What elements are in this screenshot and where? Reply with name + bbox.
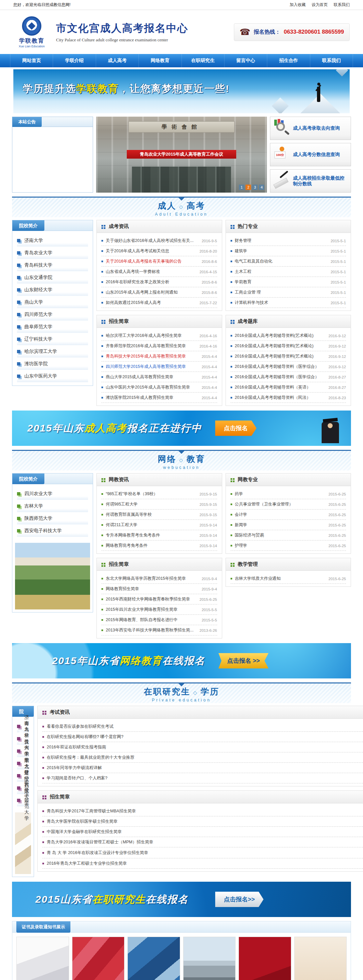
- article-link[interactable]: 关于2016年成人高考考试相关信息: [106, 248, 197, 254]
- article-link[interactable]: 何谓教育部直属高等学校: [106, 512, 197, 517]
- sidebar-item-陕西师范大学[interactable]: 陕西师范大学: [17, 512, 88, 525]
- article-link[interactable]: 东北大学网络高等学历教育2015年招生简章: [106, 576, 199, 581]
- article-link[interactable]: 青 岛 大 学 2016年在职攻读工业设计专业学位招生简章: [47, 850, 363, 856]
- signup-button[interactable]: 点击报名>>: [215, 892, 264, 907]
- article-link[interactable]: 关于2016年成人高考报名有关事项的公告: [106, 259, 199, 264]
- article-link[interactable]: 在职研究生报名网站有哪些? 哪个是官网?: [47, 734, 363, 740]
- article-link[interactable]: 2016年青岛大学工程硕士专业学位招生简章: [47, 861, 363, 866]
- gallery-item[interactable]: 东北大学: [72, 937, 125, 980]
- nav-item-联系我们[interactable]: 联系我们: [310, 54, 353, 67]
- article-link[interactable]: “985工程”学校名单（39校）: [106, 491, 197, 497]
- sidebar-item-吉林大学[interactable]: 吉林大学: [17, 500, 88, 512]
- topbar-link-加入收藏[interactable]: 加入收藏: [289, 2, 305, 7]
- gallery-item[interactable]: 济南大学: [183, 937, 236, 980]
- gallery-item[interactable]: 匕大学: [16, 937, 69, 980]
- gallery-item[interactable]: 燕山大学录取通知书背…: [294, 937, 347, 980]
- sidebar-item-济南大学[interactable]: 济南大学: [17, 234, 88, 247]
- pager-dot-2[interactable]: 2: [246, 185, 251, 190]
- article-link[interactable]: 2016全国成人高考考前辅导资料（英语）: [235, 385, 326, 390]
- article-link[interactable]: 2016全国成人高考考前辅导资料(艺术概论): [235, 353, 326, 359]
- sidebar-tab[interactable]: 院校简介: [12, 220, 44, 231]
- article-link[interactable]: 专升本网络教育考生免考条件: [106, 533, 197, 538]
- sidebar-item-四川师范大学[interactable]: 四川师范大学: [17, 308, 88, 321]
- nav-item-成人高考[interactable]: 成人高考: [96, 54, 139, 67]
- article-link[interactable]: 山东省成人高考统一学费标准: [106, 269, 197, 275]
- article-link[interactable]: 网络教育招生简章: [106, 586, 199, 592]
- article-link[interactable]: 电气工程及其自动化: [235, 259, 328, 264]
- article-link[interactable]: 2015年网络教育、部队自考报名进行中: [106, 617, 199, 623]
- nav-item-网络教育[interactable]: 网络教育: [139, 54, 181, 67]
- article-link[interactable]: 建筑学: [235, 248, 328, 254]
- sidebar-item-潍坊医学院[interactable]: 潍坊医学院: [17, 358, 88, 370]
- article-link[interactable]: 2015年西南财经大学网络教育春秋季招生简章: [106, 597, 197, 602]
- article-link[interactable]: 土木工程: [235, 269, 328, 275]
- article-link[interactable]: 2016年在职研究生改革之政策分析: [106, 279, 199, 285]
- article-link[interactable]: 山东2015年成人高考网上报名时间通知: [106, 290, 199, 295]
- article-link[interactable]: 计算机科学与技术: [235, 300, 328, 305]
- site-logo[interactable]: 学联教育 Xue Lian Education: [13, 16, 50, 48]
- nav-item-学联介绍[interactable]: 学联介绍: [53, 54, 96, 67]
- gallery-item[interactable]: 青岛农业大学: [128, 937, 180, 980]
- article-link[interactable]: 会计学: [235, 512, 326, 517]
- sidebar-item-哈尔滨理工大学[interactable]: 哈尔滨理工大学: [17, 345, 88, 358]
- pager-dot-4[interactable]: 4: [259, 185, 264, 190]
- main-banner[interactable]: 学历提升选学联教育，让您离梦想更近一些!: [13, 69, 350, 113]
- article-link[interactable]: 在职研究生报考：最具就业前景的十大专业推荐: [47, 755, 363, 760]
- signup-button[interactable]: 点击报名 >>: [219, 653, 269, 668]
- gallery-item[interactable]: 燕山大学录取通知书正…: [238, 937, 291, 980]
- article-link[interactable]: 如何高效通过2015年成人高考: [106, 300, 197, 305]
- article-link[interactable]: 青岛大学医学院在职医学硕士招生简章: [47, 819, 363, 824]
- article-link[interactable]: 看看你是否应该参加在职研究生考试: [47, 724, 363, 729]
- sidebar-item-西安电子科技大学[interactable]: 西安电子科技大学: [17, 525, 88, 537]
- article-link[interactable]: 国际经济与贸易: [235, 533, 326, 538]
- article-link[interactable]: 新闻学: [235, 522, 326, 528]
- nav-item-留言中心[interactable]: 留言中心: [224, 54, 267, 67]
- article-link[interactable]: 潍坊医学院2015年成人教育招生简章: [106, 395, 199, 401]
- article-link[interactable]: 学习期间是否转户口、个人档案?: [47, 775, 363, 781]
- article-link[interactable]: 四川师范大学2015年成人高等教育招生简章: [106, 364, 199, 369]
- article-link[interactable]: 药学: [235, 491, 326, 497]
- sidebar-item-四川农业大学[interactable]: 四川农业大学: [17, 487, 88, 500]
- sidebar-item-山东财经大学[interactable]: 山东财经大学: [17, 283, 88, 296]
- pager-dot-1[interactable]: 1: [239, 185, 244, 190]
- signup-button[interactable]: 点击报名: [215, 420, 257, 436]
- article-link[interactable]: 护理学: [235, 543, 326, 549]
- article-link[interactable]: 燕山大学2015成人高等教育招生简章: [106, 374, 199, 380]
- article-link[interactable]: 学前教育: [235, 279, 328, 285]
- article-link[interactable]: 关于做好山东省2016年成人高校考试招生有关...: [106, 238, 199, 243]
- article-link[interactable]: 财务管理: [235, 238, 328, 243]
- sidebar-item-燕山大学[interactable]: 燕山大学: [17, 296, 88, 308]
- article-link[interactable]: 青岛科技大学2015年成人高等教育招生简章: [106, 353, 199, 359]
- sidebar-item-山东交通学院[interactable]: 山东交通学院: [17, 271, 88, 283]
- notice-tab[interactable]: 本站公告: [12, 117, 42, 127]
- article-link[interactable]: 2016全国成人高考考前辅导资料(艺术概论): [235, 333, 326, 339]
- sidebar-tab[interactable]: 院校简介: [12, 474, 44, 484]
- nav-item-招生合作[interactable]: 招生合作: [267, 54, 310, 67]
- article-link[interactable]: 2016全国成人高考考前辅导资料（民法）: [235, 395, 326, 401]
- admission-destination-query-button[interactable]: 成人高考录取去向查询: [270, 117, 351, 140]
- article-link[interactable]: 何谓985工程大学: [106, 501, 197, 507]
- minimum-score-line-button[interactable]: 成人高校招生录取最低控制分数线: [270, 169, 351, 192]
- article-link[interactable]: 2013年西安电子科技大学网络教育秋季招生简...: [106, 627, 197, 633]
- article-link[interactable]: 青岛大学2016年攻读项目管理工程硕士（MPM）招生简章: [47, 839, 363, 845]
- article-link[interactable]: 青岛科技大学2017年工商管理硕士MBA招生简章: [47, 808, 363, 814]
- article-link[interactable]: 网络教育统考免考条件: [106, 543, 197, 549]
- article-link[interactable]: 吉林大学纸质大作业通知: [235, 576, 326, 581]
- sidebar-tab[interactable]: 院校简介: [12, 706, 34, 717]
- sidebar-item-青岛科技大学[interactable]: 青岛科技大学: [17, 259, 88, 271]
- topbar-link-设为首页[interactable]: 设为首页: [312, 2, 328, 7]
- article-link[interactable]: 2016全国成人高考考前辅导资料(艺术概论): [235, 343, 326, 349]
- slideshow[interactable]: 學術會館 青岛农业大学2015年成人高等教育工作会议 1234: [96, 117, 267, 192]
- article-link[interactable]: 中国海洋大学金融学在职研究生招生简章: [47, 829, 363, 835]
- article-link[interactable]: 齐鲁师范学院2016年成人高等教育招生简章: [106, 343, 197, 349]
- article-link[interactable]: 2016全国成人高考考前辅导资料（医学综合）: [235, 364, 326, 369]
- article-link[interactable]: 2016年双证在职研究生报考指南: [47, 745, 363, 750]
- sidebar-item-山东中医药大学[interactable]: 山东中医药大学: [17, 370, 88, 382]
- score-query-button[interactable]: 100分 成人高考分数信息查询: [270, 143, 351, 166]
- article-link[interactable]: 2015年四川农业大学网络教育招生简章: [106, 607, 199, 612]
- article-link[interactable]: 何谓211工程大学: [106, 522, 197, 528]
- article-link[interactable]: 2016全国成人高考考前辅导资料（医学综合）: [235, 374, 326, 380]
- nav-item-在职研究生[interactable]: 在职研究生: [182, 54, 224, 67]
- sidebar-item-辽宁科技大学[interactable]: 辽宁科技大学: [17, 333, 88, 345]
- article-link[interactable]: 公共事业管理（卫生事业管理）: [235, 501, 326, 507]
